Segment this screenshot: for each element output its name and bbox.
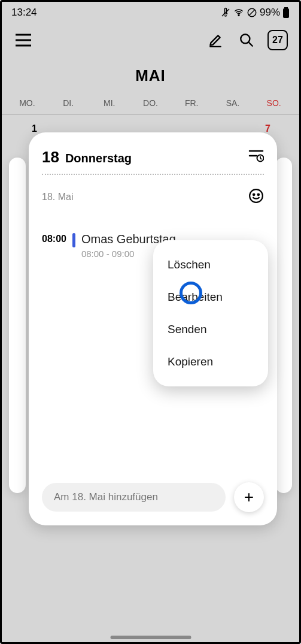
today-button[interactable]: 27 bbox=[267, 29, 288, 51]
prev-day-card[interactable] bbox=[9, 158, 26, 493]
bg-date-left: 1 bbox=[32, 123, 37, 134]
block-icon bbox=[247, 7, 257, 18]
svg-rect-5 bbox=[283, 8, 289, 18]
filter-button[interactable] bbox=[248, 149, 264, 165]
divider bbox=[2, 114, 299, 114]
mute-icon bbox=[220, 7, 231, 18]
svg-point-17 bbox=[250, 189, 263, 202]
smile-icon bbox=[248, 188, 264, 204]
edit-button[interactable] bbox=[205, 29, 226, 51]
bg-date-right: 7 bbox=[265, 123, 270, 134]
day-header: 18 Donnerstag bbox=[42, 148, 264, 167]
wifi-icon bbox=[233, 7, 244, 18]
svg-line-11 bbox=[248, 42, 253, 46]
hamburger-icon bbox=[16, 34, 31, 47]
add-row: + bbox=[42, 482, 264, 512]
today-badge: 27 bbox=[267, 30, 288, 50]
svg-point-1 bbox=[238, 15, 239, 16]
svg-point-18 bbox=[253, 194, 255, 196]
event-start-time: 08:00 bbox=[42, 232, 66, 259]
tutorial-highlight-ring bbox=[180, 282, 202, 304]
weekday-tue: DI. bbox=[48, 98, 89, 108]
status-time: 13:24 bbox=[11, 7, 37, 19]
svg-point-19 bbox=[257, 194, 259, 196]
date-row: 18. Mai bbox=[42, 188, 264, 206]
add-event-input[interactable] bbox=[42, 483, 226, 512]
dotted-divider bbox=[42, 174, 264, 175]
day-name: Donnerstag bbox=[65, 152, 132, 165]
home-indicator[interactable] bbox=[110, 636, 191, 639]
context-menu: Löschen Bearbeiten Senden Kopieren bbox=[153, 240, 268, 386]
weekday-header: MO. DI. MI. DO. FR. SA. SO. bbox=[2, 98, 299, 108]
day-number: 18 bbox=[42, 148, 59, 167]
battery-icon bbox=[282, 7, 290, 18]
svg-line-0 bbox=[222, 9, 229, 16]
emoji-button[interactable] bbox=[248, 188, 264, 206]
month-title: MAI bbox=[2, 66, 299, 85]
svg-line-16 bbox=[260, 158, 262, 159]
svg-rect-4 bbox=[284, 7, 288, 8]
device-frame: 13:24 99% 27 MAI MO. DI. MI. DO. FR. SA. bbox=[0, 0, 301, 644]
search-icon bbox=[239, 32, 254, 48]
menu-item-copy[interactable]: Kopieren bbox=[153, 346, 268, 378]
weekday-sat: SA. bbox=[212, 98, 254, 108]
menu-item-delete[interactable]: Löschen bbox=[153, 249, 268, 281]
app-bar: 27 bbox=[2, 21, 299, 59]
menu-item-edit[interactable]: Bearbeiten bbox=[153, 281, 268, 313]
weekday-thu: DO. bbox=[130, 98, 171, 108]
weekday-sun: SO. bbox=[253, 98, 294, 108]
filter-clock-icon bbox=[248, 149, 264, 162]
date-label: 18. Mai bbox=[42, 192, 73, 202]
battery-percent: 99% bbox=[260, 7, 280, 19]
add-button[interactable]: + bbox=[234, 482, 264, 512]
plus-icon: + bbox=[244, 488, 254, 507]
weekday-fri: FR. bbox=[171, 98, 212, 108]
next-day-card[interactable] bbox=[275, 158, 292, 493]
menu-item-send[interactable]: Senden bbox=[153, 313, 268, 346]
event-color-bar bbox=[72, 233, 75, 247]
weekday-wed: MI. bbox=[89, 98, 130, 108]
pencil-icon bbox=[208, 32, 223, 48]
weekday-mon: MO. bbox=[7, 98, 48, 108]
menu-button[interactable] bbox=[13, 29, 34, 51]
search-button[interactable] bbox=[236, 29, 257, 51]
status-bar: 13:24 99% bbox=[2, 2, 299, 21]
status-icons: 99% bbox=[220, 7, 290, 19]
svg-line-3 bbox=[249, 10, 254, 16]
